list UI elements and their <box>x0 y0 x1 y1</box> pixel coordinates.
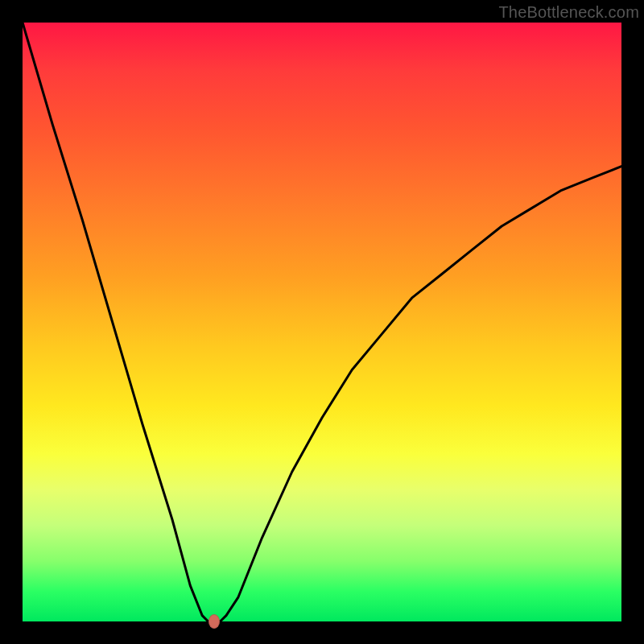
watermark-text: TheBottleneck.com <box>498 3 639 22</box>
chart-frame: TheBottleneck.com <box>0 0 644 644</box>
bottleneck-curve <box>23 23 621 621</box>
curve-layer <box>23 23 621 621</box>
plot-area <box>23 23 621 621</box>
min-marker-icon <box>208 614 220 629</box>
